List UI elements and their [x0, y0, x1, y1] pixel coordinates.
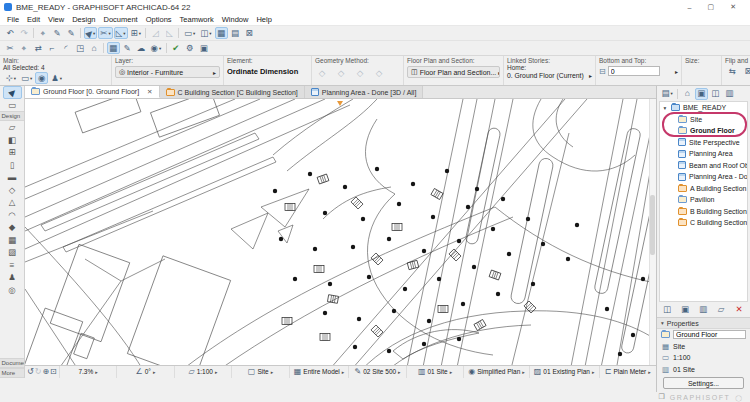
- quick-option-layer-combination[interactable]: ▢Site▸: [231, 366, 288, 378]
- stair-tool[interactable]: ≡: [3, 259, 22, 272]
- settings-button[interactable]: Settings...: [663, 377, 744, 389]
- restore-down-icon[interactable]: ❒: [658, 393, 664, 401]
- object-chair-icon[interactable]: ♟▾: [49, 72, 64, 84]
- quick-option-pen-set[interactable]: ✎02 Site 500▸: [348, 366, 405, 378]
- menu-document[interactable]: Document: [100, 15, 142, 24]
- shell-tool[interactable]: ◠: [3, 209, 22, 222]
- arrow-tool-icon[interactable]: ▶▾: [84, 27, 98, 39]
- menu-file[interactable]: File: [3, 15, 23, 24]
- tab-planning-area-done[interactable]: Planning Area - Done [3D / All]: [305, 86, 424, 98]
- menu-view[interactable]: View: [44, 15, 68, 24]
- geometry-method-4-icon[interactable]: ◇: [373, 67, 386, 79]
- column-tool[interactable]: ▯: [3, 159, 22, 172]
- properties-header[interactable]: ▾ Properties: [657, 318, 750, 329]
- zoom-forward-icon[interactable]: ↻: [35, 367, 42, 376]
- virtual-trace-icon[interactable]: ▦: [215, 27, 228, 39]
- marquee-options-icon[interactable]: ▭▾: [182, 27, 197, 39]
- delete-icon[interactable]: ✕: [733, 304, 746, 316]
- grid-display-icon[interactable]: ▦: [107, 42, 120, 54]
- save-view-icon[interactable]: ▣: [679, 304, 692, 316]
- quick-option-zoom-level[interactable]: 7.3%▸: [59, 366, 116, 378]
- quick-option-model-view-options[interactable]: ◉Simplified Plan▸: [463, 366, 529, 378]
- link-icon[interactable]: ◫▾: [198, 27, 213, 39]
- bottom-top-input[interactable]: [608, 66, 660, 76]
- teamwork-cloud-icon[interactable]: ☁: [135, 42, 148, 54]
- tree-item-pavilion[interactable]: Pavilion: [660, 194, 747, 206]
- camera-icon[interactable]: ◉▾: [149, 42, 164, 54]
- geometry-method-1-icon[interactable]: ◇: [316, 67, 329, 79]
- menu-help[interactable]: Help: [252, 15, 275, 24]
- tree-item-planning-area-done[interactable]: Planning Area - Done: [660, 171, 747, 183]
- roof-tool[interactable]: △: [3, 196, 22, 209]
- intersect-icon[interactable]: ⌐: [46, 42, 59, 54]
- fit-in-window-icon[interactable]: ⊡: [50, 367, 57, 376]
- split-icon[interactable]: ✂: [4, 42, 17, 54]
- layer-selector[interactable]: ◎ Interior - Furniture ▸: [115, 66, 220, 78]
- view-map-icon[interactable]: ▣: [695, 88, 708, 100]
- folder-settings-icon[interactable]: ▱: [715, 304, 728, 316]
- stretch-icon[interactable]: ⌖: [18, 42, 31, 54]
- tree-item-bme-ready[interactable]: ▾BME_READY: [660, 102, 747, 114]
- expand-arrow-icon[interactable]: ▾: [662, 105, 668, 111]
- trim-icon[interactable]: ✂▾: [98, 27, 112, 39]
- snap-guide-icon[interactable]: ◺: [163, 27, 176, 39]
- settings-gear-icon[interactable]: ⚙: [183, 42, 196, 54]
- new-viewpoint-icon[interactable]: ◫: [661, 304, 674, 316]
- publisher-sets-icon[interactable]: ▥: [723, 88, 736, 100]
- geometry-method-3-icon[interactable]: ◇: [354, 67, 367, 79]
- tree-item-beam-and-roof-objects[interactable]: Beam and Roof Objects: [660, 160, 747, 172]
- arrow-tool[interactable]: ▶: [3, 86, 22, 99]
- beam-tool[interactable]: ▬: [3, 171, 22, 184]
- menu-edit[interactable]: Edit: [23, 15, 44, 24]
- slab-tool[interactable]: ◇: [3, 184, 22, 197]
- quick-option-scale[interactable]: ▱1:100▸: [174, 366, 231, 378]
- marquee-tool[interactable]: ▭: [3, 99, 22, 112]
- zoom-in-icon[interactable]: ⊕: [42, 367, 49, 376]
- vertical-scrollbar[interactable]: [649, 99, 656, 364]
- annotate-icon[interactable]: ✎: [121, 42, 134, 54]
- offset-icon[interactable]: ◳: [74, 42, 87, 54]
- tab-close-icon[interactable]: ✕: [147, 88, 152, 96]
- quick-option-layer-combo-2[interactable]: ▥01 Site▸: [406, 366, 463, 378]
- door-tool[interactable]: ◧: [3, 134, 22, 147]
- tab-c-building-section[interactable]: C Building Section [C Building Section]: [160, 86, 305, 98]
- linked-story-selector[interactable]: 0. Ground Floor (Current) ▸: [507, 72, 592, 79]
- floorplan-selector[interactable]: ◫ Floor Plan and Section... ▸: [407, 66, 500, 78]
- tree-item-site-perspective[interactable]: Site Perspective: [660, 137, 747, 149]
- close-panel-icon[interactable]: ⊠: [243, 27, 256, 39]
- geometry-method-2-icon[interactable]: ◇: [335, 67, 348, 79]
- tree-item-ground-floor[interactable]: Ground Floor: [660, 125, 747, 137]
- clone-folder-icon[interactable]: ▥: [697, 304, 710, 316]
- zoom-back-icon[interactable]: ↺: [27, 367, 34, 376]
- view-name-input[interactable]: [673, 330, 746, 339]
- ordinate-dimension-icon[interactable]: ◉: [35, 72, 48, 84]
- layout-book-icon[interactable]: ◫: [709, 88, 722, 100]
- tab-ground-floor[interactable]: Ground Floor [0. Ground Floor]✕: [25, 86, 160, 98]
- fillet-icon[interactable]: ◜: [60, 42, 73, 54]
- quick-option-dimension-style[interactable]: ⊏Plain Meter▸: [599, 366, 656, 378]
- tree-item-site[interactable]: Site: [660, 114, 747, 126]
- quick-option-partial-structure[interactable]: ▦Entire Model▸: [289, 366, 349, 378]
- group-icon[interactable]: ▣: [197, 42, 210, 54]
- grid-snap-icon[interactable]: ⊞▾: [129, 27, 143, 39]
- resize-icon[interactable]: ⇄: [32, 42, 45, 54]
- minimize-button[interactable]: –: [688, 4, 692, 11]
- mark-up-ok-icon[interactable]: ✔: [169, 42, 182, 54]
- wall-tool[interactable]: ▱: [3, 121, 22, 134]
- quick-option-graphic-override[interactable]: ▨01 Existing Plan▸: [529, 366, 599, 378]
- redo-icon[interactable]: ↷: [18, 27, 31, 39]
- rotate-icon[interactable]: ⊠: [742, 65, 750, 77]
- project-chooser-icon[interactable]: ▤▾: [660, 88, 675, 100]
- curtain-wall-tool[interactable]: ▨: [3, 246, 22, 259]
- quick-option-orientation[interactable]: ∠0°▸: [116, 366, 173, 378]
- lamp-tool[interactable]: ◎: [3, 284, 22, 297]
- tree-item-c-building-section[interactable]: C Building Section: [660, 217, 747, 229]
- project-map-icon[interactable]: ⌂: [681, 88, 694, 100]
- scrollbar-thumb[interactable]: [650, 195, 655, 255]
- menu-design[interactable]: Design: [68, 15, 99, 24]
- tree-item-b-building-section[interactable]: B Building Section: [660, 206, 747, 218]
- element-table-icon[interactable]: ▤: [229, 27, 242, 39]
- morph-tool[interactable]: ◆: [3, 221, 22, 234]
- window-tool[interactable]: ⊞: [3, 146, 22, 159]
- tree-item-a-building-section[interactable]: A Building Section: [660, 183, 747, 195]
